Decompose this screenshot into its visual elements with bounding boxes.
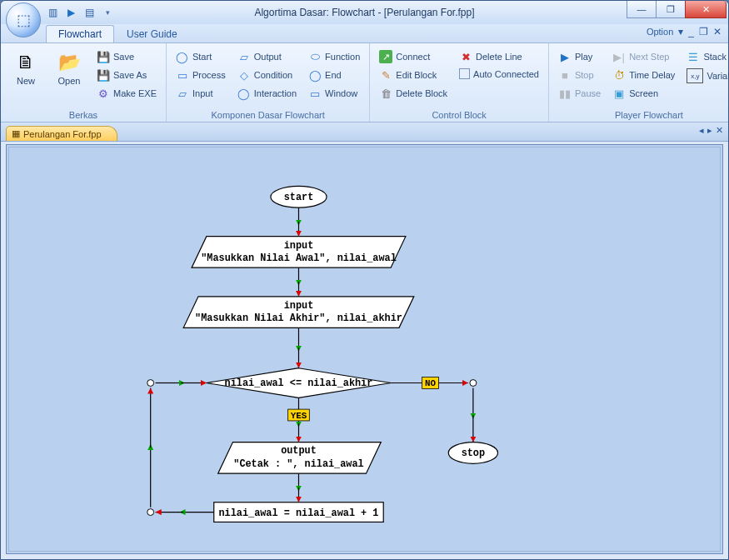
option-menu[interactable]: Option [647, 27, 673, 37]
qat-icon-3[interactable]: ▤ [82, 6, 96, 19]
ribbon-minimize-icon[interactable]: _ [688, 26, 694, 38]
save-icon: 💾 [97, 50, 110, 63]
end-button[interactable]: ◯End [304, 67, 364, 83]
close-button[interactable]: ✕ [685, 1, 727, 18]
option-dropdown-icon[interactable]: ▾ [678, 26, 683, 38]
variable-label: Variable [707, 71, 729, 81]
input-button[interactable]: ▱Input [172, 85, 230, 102]
pause-button[interactable]: ▮▮Pause [554, 85, 605, 102]
new-button[interactable]: 🗎 New [6, 47, 46, 108]
yes-label: YES [291, 411, 307, 421]
play-label: Play [575, 52, 592, 62]
condition-label: Condition [254, 70, 292, 80]
process-button[interactable]: ▭Process [172, 67, 230, 83]
doc-nav-right-icon[interactable]: ▸ [707, 125, 712, 136]
editblock-label: Edit Block [396, 70, 437, 80]
makeexe-button[interactable]: ⚙Make EXE [92, 85, 161, 102]
qat-play-icon[interactable]: ▶ [64, 6, 77, 19]
tab-userguide[interactable]: User Guide [114, 25, 190, 42]
doc-nav-left-icon[interactable]: ◂ [699, 125, 704, 136]
app-menu-orb[interactable]: ⬚ [6, 2, 41, 38]
ribbon: 🗎 New 📂 Open 💾Save 💾Save As ⚙Make EXE Be… [1, 43, 728, 122]
interaction-button[interactable]: ◯Interaction [233, 85, 301, 102]
svg-point-10 [147, 509, 154, 516]
node-output-l2: "Cetak : ", nilai_awal [233, 458, 363, 470]
group-komponen: ◯Start ▭Process ▱Input ▱Output ◇Conditio… [167, 43, 370, 122]
window-label: Window [325, 88, 357, 98]
group-berkas-label: Berkas [6, 108, 161, 120]
node-stop-text: stop [462, 448, 485, 459]
new-icon: 🗎 [14, 51, 37, 74]
end-icon: ◯ [308, 68, 322, 82]
start-button[interactable]: ◯Start [172, 48, 230, 65]
stack-icon: ☰ [687, 50, 700, 63]
autoconnected-icon [459, 68, 470, 79]
document-tab[interactable]: ▦ Perulangan For.fpp [6, 126, 117, 141]
maximize-button[interactable]: ❐ [656, 1, 686, 18]
svg-point-18 [470, 380, 477, 387]
pause-icon: ▮▮ [558, 87, 572, 100]
nextstep-button[interactable]: ▶|Next Step [608, 48, 679, 65]
variable-icon: x,y [687, 68, 703, 83]
node-input1-l1: input [284, 240, 314, 252]
document-tab-nav: ◂ ▸ ✕ [699, 125, 723, 136]
window-button[interactable]: ▭Window [304, 85, 364, 102]
start-label: Start [192, 52, 212, 62]
stack-label: Stack [703, 52, 727, 62]
stop-icon: ■ [558, 68, 572, 82]
node-output-l1: output [281, 445, 317, 457]
titlebar: ⬚ ▥ ▶ ▤ ▾ Algortima Dasar: Flowchart - [… [1, 1, 728, 24]
stop-button[interactable]: ■Stop [554, 67, 605, 83]
makeexe-label: Make EXE [113, 88, 157, 98]
deleteline-button[interactable]: ✖Delete Line [455, 48, 543, 65]
saveas-label: Save As [113, 70, 147, 80]
quick-access-toolbar: ▥ ▶ ▤ ▾ [46, 6, 114, 19]
group-komponen-label: Komponen Dasar Flowchart [172, 108, 364, 120]
doc-nav-close-icon[interactable]: ✕ [716, 125, 723, 136]
screen-button[interactable]: ▣Screen [608, 85, 679, 102]
saveas-button[interactable]: 💾Save As [92, 67, 161, 83]
group-berkas: 🗎 New 📂 Open 💾Save 💾Save As ⚙Make EXE Be… [1, 43, 167, 122]
qat-icon-1[interactable]: ▥ [46, 6, 59, 19]
output-label: Output [254, 52, 282, 62]
open-button[interactable]: 📂 Open [49, 47, 89, 108]
save-button[interactable]: 💾Save [92, 48, 161, 65]
timedelay-button[interactable]: ⏱Time Delay [608, 67, 679, 83]
output-button[interactable]: ▱Output [233, 48, 301, 65]
node-condition-text: nilai_awal <= nilai_akhir [225, 378, 373, 389]
svg-point-13 [147, 380, 154, 387]
process-icon: ▭ [176, 68, 189, 82]
open-label: Open [58, 76, 81, 86]
canvas[interactable]: YES NO start input "Masukkan Nilai Awal"… [6, 144, 723, 554]
stop-label: Stop [575, 70, 594, 80]
variable-button[interactable]: x,yVariable [682, 67, 729, 85]
editblock-icon: ✎ [379, 68, 392, 82]
function-button[interactable]: ⬭Function [304, 48, 364, 65]
condition-button[interactable]: ◇Condition [233, 67, 301, 83]
ribbon-tabstrip: Flowchart User Guide Option ▾ _ ❐ ✕ [1, 24, 728, 43]
new-label: New [17, 76, 35, 86]
interaction-label: Interaction [254, 88, 297, 98]
mdi-close-icon[interactable]: ✕ [713, 26, 722, 38]
stack-button[interactable]: ☰Stack [682, 48, 729, 65]
deleteblock-button[interactable]: 🗑Delete Block [375, 85, 452, 102]
document-tab-icon: ▦ [12, 128, 20, 139]
document-tabbar: ▦ Perulangan For.fpp ◂ ▸ ✕ [1, 122, 728, 142]
mdi-restore-icon[interactable]: ❐ [699, 26, 708, 38]
autoconnected-button[interactable]: Auto Connected [455, 67, 543, 81]
group-player-label: Player Flowchart [554, 108, 729, 120]
qat-dropdown-icon[interactable]: ▾ [101, 6, 114, 19]
connect-button[interactable]: ↗Connect [375, 48, 452, 65]
deleteblock-icon: 🗑 [379, 87, 392, 100]
play-button[interactable]: ▶Play [554, 48, 605, 65]
deleteline-label: Delete Line [476, 52, 522, 62]
nextstep-label: Next Step [629, 52, 669, 62]
node-input2-l1: input [284, 300, 314, 312]
node-start-text: start [284, 192, 314, 203]
function-icon: ⬭ [308, 50, 322, 63]
minimize-button[interactable]: — [627, 1, 657, 18]
group-control: ↗Connect ✎Edit Block 🗑Delete Block ✖Dele… [370, 43, 549, 122]
editblock-button[interactable]: ✎Edit Block [375, 67, 452, 83]
tab-flowchart[interactable]: Flowchart [46, 25, 114, 42]
timedelay-label: Time Delay [629, 70, 675, 80]
